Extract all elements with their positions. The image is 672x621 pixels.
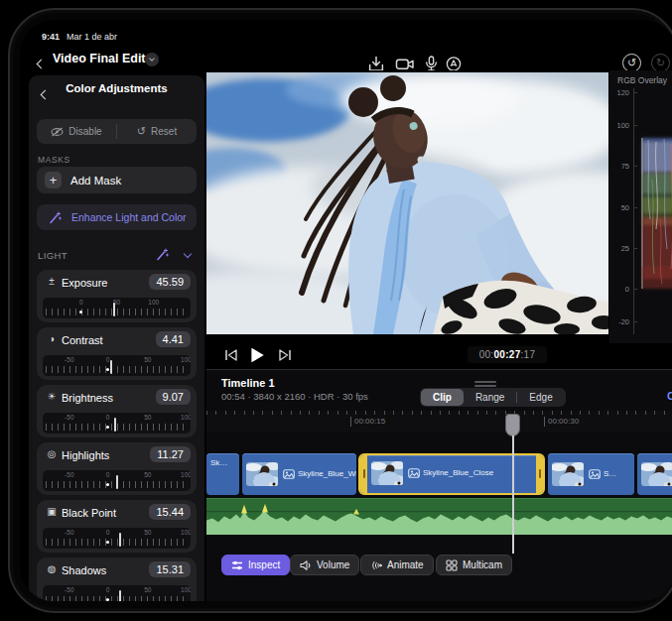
exposure-icon: ±: [46, 276, 58, 287]
slider-ruler[interactable]: 050100: [43, 298, 191, 318]
collapse-chevron-icon[interactable]: [184, 250, 192, 258]
slider-value[interactable]: 9.07: [156, 389, 191, 405]
clip-label: Skyline_Blue_Close: [423, 468, 493, 477]
disable-reset-bar: Disable ↺ Reset: [37, 119, 197, 144]
volume-button[interactable]: Volume: [290, 555, 359, 575]
slider-ruler[interactable]: -50050100: [43, 355, 191, 376]
light-label: LIGHT: [38, 250, 67, 261]
inspect-button[interactable]: Inspect: [221, 555, 290, 575]
slider-label: Exposure: [62, 277, 107, 289]
waveform-trace: [634, 70, 672, 343]
timeline-meta: 00:54 · 3840 x 2160 · HDR · 30 fps: [221, 391, 368, 402]
clip-edge-partial[interactable]: [637, 453, 672, 495]
multicam-label: Multicam: [463, 559, 502, 570]
animate-label: Animate: [387, 559, 424, 570]
trim-handle-left[interactable]: [360, 455, 367, 493]
black-point-icon: ▣: [46, 506, 58, 517]
clip-skyline-partial[interactable]: Sk…: [206, 453, 239, 495]
clip-skyline-blue-close-selected[interactable]: Skyline_Blue_Close: [358, 453, 545, 495]
slider-value[interactable]: 4.41: [156, 331, 191, 347]
status-date: Mar 1 de abr: [67, 32, 117, 42]
slider-value[interactable]: 11.27: [150, 446, 191, 462]
enhance-light-color-button[interactable]: Enhance Light and Color: [37, 204, 197, 230]
timecode-display[interactable]: 00:00:27:17: [468, 346, 547, 363]
trim-handle-right[interactable]: [536, 455, 543, 493]
edit-mode-segmented-control: Clip Range Edge: [420, 388, 566, 407]
image-icon: [408, 468, 420, 478]
slider-ruler[interactable]: -50050100: [43, 585, 191, 601]
mode-clip[interactable]: Clip: [421, 389, 464, 406]
scope-tick: 25: [609, 244, 629, 253]
scope-tick: 50: [609, 203, 629, 212]
clip-s-truncated[interactable]: S…: [548, 453, 634, 495]
video-preview[interactable]: [206, 70, 608, 343]
contrast-icon: ◑: [46, 333, 58, 344]
screen: 9:41 Mar 1 de abr Video Final Edit ↺ ↻ C…: [20, 20, 672, 601]
clip-thumbnail: [552, 462, 584, 486]
clip-thumbnail: [641, 462, 672, 486]
mode-range[interactable]: Range: [464, 389, 516, 406]
clipped-right-button[interactable]: C: [667, 390, 672, 402]
multicam-button[interactable]: Multicam: [436, 555, 512, 575]
scope-tick: 100: [609, 121, 629, 130]
slider-ruler[interactable]: -50050100: [43, 413, 191, 434]
slider-exposure: ± Exposure 45.59 050100: [37, 270, 197, 322]
animate-arcs-icon: [370, 559, 382, 571]
auto-enhance-icon[interactable]: [156, 248, 169, 261]
add-mask-button[interactable]: + Add Mask: [37, 167, 197, 193]
highlights-icon: ◎: [46, 448, 58, 459]
playhead-line: [512, 435, 514, 554]
slider-value[interactable]: 15.31: [149, 561, 191, 577]
next-frame-button[interactable]: [277, 348, 293, 362]
slider-value[interactable]: 45.59: [149, 274, 191, 290]
ruler-ticks: [206, 411, 672, 415]
slider-label: Shadows: [62, 564, 106, 576]
mode-edge[interactable]: Edge: [517, 389, 564, 406]
slider-brightness: ☀ Brightness 9.07 -50050100: [37, 385, 197, 437]
color-adjustments-panel: Color Adjustments Disable ↺ Reset MASKS …: [29, 75, 204, 601]
ruler-label: 00:00:30: [544, 417, 579, 427]
play-button[interactable]: [248, 346, 266, 364]
slider-ruler[interactable]: -50050100: [43, 470, 191, 491]
previous-frame-button[interactable]: [223, 348, 239, 362]
sliders-icon: [231, 559, 243, 571]
clip-thumbnail: [371, 461, 403, 485]
light-section-header: LIGHT: [38, 248, 197, 262]
timeline-ruler[interactable]: 00:00:15 00:00:30: [206, 411, 672, 433]
project-menu-button[interactable]: [145, 53, 159, 66]
scope-tick: 120: [609, 88, 629, 97]
image-icon: [283, 469, 295, 479]
volume-label: Volume: [317, 559, 349, 570]
reset-button[interactable]: ↺ Reset: [117, 119, 197, 144]
slider-shadows: ◍ Shadows 15.31 -50050100: [37, 558, 197, 601]
slider-value[interactable]: 15.44: [149, 504, 191, 520]
reset-label: Reset: [151, 126, 177, 137]
slider-label: Contrast: [62, 334, 103, 346]
timecode-frames: :17: [521, 349, 536, 360]
clip-label: Skyline_Blue_Wide: [298, 469, 356, 478]
timeline-drag-handle[interactable]: [474, 381, 496, 387]
clip-skyline-blue-wide[interactable]: Skyline_Blue_Wide: [242, 453, 356, 495]
timecode-main: 00:27: [493, 349, 520, 360]
reset-icon: ↺: [137, 125, 146, 138]
animate-button[interactable]: Animate: [360, 555, 434, 575]
back-chevron-icon[interactable]: [38, 54, 45, 71]
slider-contrast: ◑ Contrast 4.41 -50050100: [37, 327, 197, 380]
clip-label: S…: [604, 469, 616, 478]
audio-track[interactable]: [206, 498, 672, 535]
clip-label: Sk…: [210, 458, 227, 467]
playhead-handle[interactable]: [505, 414, 520, 436]
scope-tick: -20: [609, 317, 629, 326]
project-title[interactable]: Video Final Edit: [53, 52, 146, 65]
video-frame-image: [206, 72, 608, 334]
panel-header: Color Adjustments: [29, 75, 204, 101]
add-mask-label: Add Mask: [70, 175, 121, 186]
ipad-device-frame: 9:41 Mar 1 de abr Video Final Edit ↺ ↻ C…: [8, 8, 672, 613]
timeline-toolbar: Inspect Volume Animate Multicam: [206, 555, 672, 576]
grid-icon: [446, 559, 458, 571]
panel-title: Color Adjustments: [29, 82, 204, 94]
timeline-area: Timeline 1 00:54 · 3840 x 2160 · HDR · 3…: [206, 369, 672, 601]
slider-ruler[interactable]: -50050100: [43, 528, 191, 549]
transport-bar: 00:00:27:17: [206, 343, 608, 369]
disable-button[interactable]: Disable: [37, 119, 116, 144]
